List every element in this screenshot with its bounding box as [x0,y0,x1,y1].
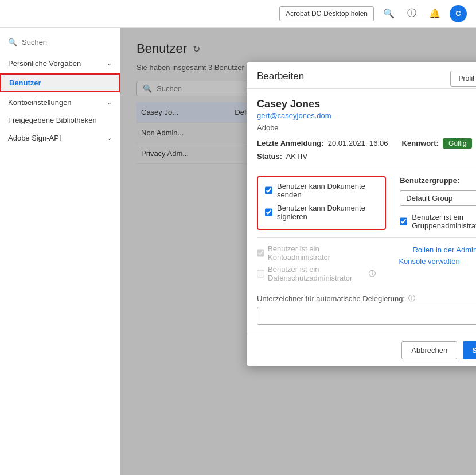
user-profile-section: Profil bearbeiten Casey Jones gert@casey… [257,98,476,132]
help-icon3[interactable]: ⓘ [408,294,415,303]
chevron-down-icon: ⌄ [107,60,112,67]
modal-title: Bearbeiten [257,71,304,82]
search-icon[interactable]: 🔍 [381,6,397,22]
delegation-label: Unterzeichner für automatische Delegieru… [257,294,476,303]
sidebar-section4-label: Adobe Sign-API [8,134,61,142]
sidebar-item-personal[interactable]: Persönliche Vorgaben ⌄ [0,54,120,72]
chevron-down-icon2: ⌄ [107,99,112,106]
user-org: Adobe [257,123,476,132]
modal-footer: Abbrechen Speichern [247,334,476,366]
acrobat-button[interactable]: Acrobat DC-Desktop holen [279,6,374,21]
edit-modal: Bearbeiten ✕ Profil bearbeiten Casey Jon… [247,62,476,366]
sidebar-search-label: Suchen [22,38,47,46]
group-admin-label: Benutzer ist ein Gruppenadministrator [412,213,476,230]
sidebar: 🔍 Suchen Persönliche Vorgaben ⌄ Benutzer… [0,28,120,475]
last-login-value: 20.01.2021, 16:06 [328,139,388,147]
chevron-down-icon3: ⌄ [107,134,112,142]
status-label: Status: [257,152,282,161]
perm1-checkbox[interactable] [265,186,272,194]
avatar[interactable]: C [450,5,467,22]
modal-header: Bearbeiten ✕ [247,62,476,89]
modal-body: Profil bearbeiten Casey Jones gert@casey… [247,89,476,334]
admin-link-area: Rollen in der Administrator-Konsole verw… [399,244,476,267]
sidebar-search[interactable]: 🔍 Suchen [0,34,120,50]
account-admin-label: Benutzer ist ein Kontoadministrator [268,244,376,262]
password-badge: Gültig [443,138,472,149]
profile-button[interactable]: Profil bearbeiten [450,71,476,87]
perm1-row: Benutzer kann Dokumente senden [265,182,378,199]
cancel-button[interactable]: Abbrechen [401,341,457,359]
sidebar-section2-label: Kontoeinstellungen [8,98,72,107]
main-layout: 🔍 Suchen Persönliche Vorgaben ⌄ Benutzer… [0,28,476,475]
help-icon[interactable]: ⓘ [404,6,420,22]
sidebar-section1-label: Persönliche Vorgaben [8,59,81,68]
permissions-group: Benutzer kann Dokumente senden Benutzer … [257,176,476,230]
perm1-label: Benutzer kann Dokumente senden [277,182,378,199]
divider2 [257,237,476,238]
permissions-checkboxes: Benutzer kann Dokumente senden Benutzer … [257,176,386,230]
admin-checkboxes: Benutzer ist ein Kontoadministrator Benu… [257,244,376,286]
sidebar-item-api[interactable]: Adobe Sign-API ⌄ [0,129,120,147]
group-select[interactable]: Default Group ▾ [400,190,476,206]
delegation-section: Unterzeichner für automatische Delegieru… [257,294,476,325]
perm2-row: Benutzer kann Dokumente signieren [265,204,378,221]
sidebar-item-users[interactable]: Benutzer [0,73,120,92]
top-header: Acrobat DC-Desktop holen 🔍 ⓘ 🔔 C [0,0,476,28]
group-label: Benutzergruppe: [400,176,476,185]
save-button[interactable]: Speichern [463,341,476,359]
search-icon: 🔍 [8,38,17,46]
sidebar-section3-label: Freigegebene Bibliotheken [8,116,97,124]
perm2-checkbox[interactable] [265,208,272,216]
permissions-right: Benutzergruppe: Default Group ▾ Benutzer… [400,176,476,230]
privacy-admin-row: Benutzer ist ein Datenschutzadministrato… [257,265,376,282]
perm2-label: Benutzer kann Dokumente signieren [277,204,378,221]
content-area: Benutzer ↻ Sie haben insgesamt 3 Benutze… [120,28,476,475]
group-admin-row: Benutzer ist ein Gruppenadministrator [400,213,476,230]
group-value: Default Group [406,194,452,203]
status-row: Status: AKTIV [257,152,476,161]
last-login-label: Letzte Anmeldung: [257,139,324,147]
admin-check-row: Benutzer ist ein Kontoadministrator Benu… [257,244,476,286]
password-label: Kennwort: [402,139,439,147]
delegation-label-text: Unterzeichner für automatische Delegieru… [257,294,405,303]
account-admin-row: Benutzer ist ein Kontoadministrator [257,244,376,262]
user-email: gert@caseyjones.dom [257,111,476,120]
status-value: AKTIV [286,152,308,161]
sidebar-item-account[interactable]: Kontoeinstellungen ⌄ [0,94,120,111]
sidebar-item-libraries[interactable]: Freigegebene Bibliotheken [0,111,120,129]
help-icon2[interactable]: ⓘ [369,269,376,279]
admin-console-link[interactable]: Rollen in der Administrator-Konsole verw… [399,246,476,266]
privacy-admin-checkbox[interactable] [257,270,264,278]
privacy-admin-label: Benutzer ist ein Datenschutzadministrato… [268,265,360,282]
divider [257,169,476,169]
account-admin-checkbox[interactable] [257,249,264,257]
info-row: Letzte Anmeldung: 20.01.2021, 16:06 Kenn… [257,139,476,147]
notifications-icon[interactable]: 🔔 [427,6,443,22]
delegation-input[interactable] [257,307,476,325]
user-name: Casey Jones [257,98,476,110]
group-admin-checkbox[interactable] [400,217,407,225]
